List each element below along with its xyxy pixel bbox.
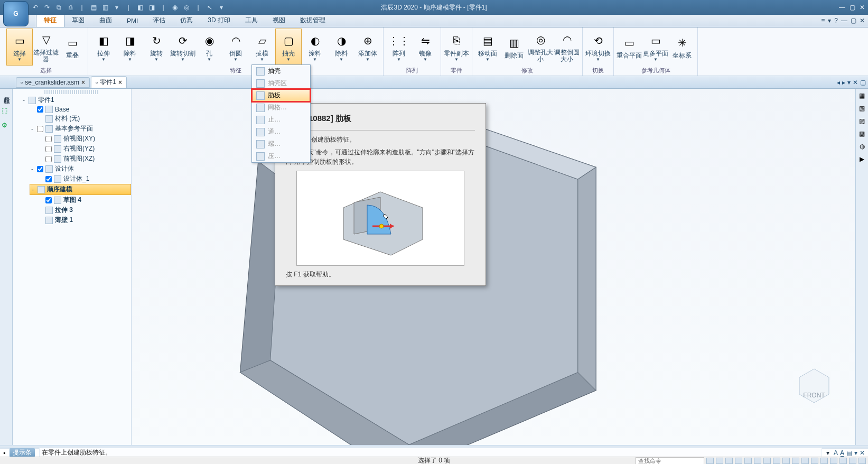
doc-tab[interactable]: ▫se_crankslider.asm× bbox=[16, 77, 90, 88]
dropdown-item-压…[interactable]: 压… bbox=[252, 150, 310, 162]
ribbon-btn-移动面[interactable]: ▤移动面▼ bbox=[474, 29, 501, 66]
qat-icon[interactable]: ◎ bbox=[182, 3, 191, 12]
tree-item[interactable]: 材料 (无) bbox=[38, 114, 131, 124]
close-icon[interactable]: ✕ bbox=[860, 4, 865, 11]
tree-item[interactable]: -顺序建模 bbox=[30, 184, 131, 195]
tab-next-icon[interactable]: ▸ bbox=[842, 79, 845, 86]
tab-prev-icon[interactable]: ◂ bbox=[837, 79, 840, 86]
tree-item[interactable]: 草图 4 bbox=[38, 195, 131, 205]
tree-checkbox[interactable] bbox=[45, 176, 52, 182]
view-icon[interactable] bbox=[754, 458, 761, 464]
ribbon-btn-镜像[interactable]: ⇋镜像▼ bbox=[412, 29, 438, 66]
redo-icon[interactable]: ↷ bbox=[42, 3, 52, 12]
ribbon-btn-倒圆[interactable]: ◠倒圆▼ bbox=[222, 29, 249, 66]
dropdown-item-通…[interactable]: 通… bbox=[252, 126, 310, 138]
view-icon[interactable] bbox=[801, 458, 809, 464]
view-icon[interactable] bbox=[735, 458, 742, 464]
tree-checkbox[interactable] bbox=[45, 197, 52, 203]
view-icon[interactable] bbox=[820, 458, 828, 464]
ribbon-btn-坐标系[interactable]: ✳坐标系 bbox=[669, 29, 695, 66]
dropdown-item-止…[interactable]: 止… bbox=[252, 114, 310, 126]
ribbon-options-icon[interactable]: ▾ bbox=[828, 17, 831, 24]
ribbon-btn-重叠[interactable]: ▭重叠 bbox=[59, 29, 86, 66]
ribbon-btn-环境切换[interactable]: ⟲环境切换▼ bbox=[585, 29, 611, 66]
ribbon-tab-PMI[interactable]: PMI bbox=[119, 15, 145, 27]
ribbon-btn-选择过滤器[interactable]: ▽选择过滤器 bbox=[33, 29, 59, 66]
ribbon-collapse-icon[interactable]: ≡ bbox=[821, 17, 825, 24]
view-cube[interactable]: FRONT bbox=[794, 366, 834, 406]
tab-max-icon[interactable]: ▢ bbox=[860, 79, 866, 86]
ribbon-btn-旋转[interactable]: ↻旋转▼ bbox=[143, 29, 170, 66]
ribbon-btn-旋转切割[interactable]: ⟳旋转切割▼ bbox=[170, 29, 196, 66]
tree-checkbox[interactable] bbox=[45, 146, 52, 152]
ribbon-btn-删除面[interactable]: ▥删除面 bbox=[501, 29, 527, 66]
tree-checkbox[interactable] bbox=[45, 156, 52, 162]
help-icon[interactable]: ? bbox=[834, 17, 838, 24]
ribbon-tab-3D 打印[interactable]: 3D 打印 bbox=[200, 14, 238, 27]
app-menu-button[interactable]: G bbox=[3, 1, 29, 26]
status-tool-icon[interactable]: ▾ bbox=[854, 449, 857, 457]
cursor-icon[interactable]: ↖ bbox=[205, 3, 214, 12]
ribbon-tab-曲面[interactable]: 曲面 bbox=[92, 14, 119, 27]
tree-item[interactable]: Base bbox=[30, 105, 131, 114]
view-icon[interactable] bbox=[706, 458, 714, 464]
close-icon[interactable]: × bbox=[118, 79, 122, 86]
status-tool-icon[interactable]: ✕ bbox=[860, 449, 865, 457]
status-dd-icon[interactable]: ▾ bbox=[826, 449, 829, 457]
dropdown-item-抽壳[interactable]: 抽壳 bbox=[252, 65, 310, 77]
tree-checkbox[interactable] bbox=[45, 136, 52, 142]
mdi-min-icon[interactable]: — bbox=[841, 17, 847, 24]
mdi-close-icon[interactable]: ✕ bbox=[860, 17, 865, 24]
qat-icon[interactable]: ▤ bbox=[89, 3, 98, 12]
minimize-icon[interactable]: — bbox=[839, 4, 845, 11]
ribbon-btn-拔模[interactable]: ▱拔模▼ bbox=[249, 29, 275, 66]
feature-tree[interactable]: -零件1Base材料 (无)-基本参考平面俯视图(XY)右视图(YZ)前视图(X… bbox=[13, 89, 132, 448]
tool-icon[interactable]: ◍ bbox=[860, 143, 865, 150]
view-icon[interactable] bbox=[763, 458, 771, 464]
dropdown-item-网格…[interactable]: 网格… bbox=[252, 101, 310, 114]
tree-root[interactable]: -零件1 bbox=[21, 95, 131, 105]
ribbon-tab-特征[interactable]: 特征 bbox=[36, 13, 64, 27]
view-icon[interactable] bbox=[811, 458, 818, 464]
view-icon[interactable] bbox=[725, 458, 733, 464]
tree-checkbox[interactable] bbox=[37, 166, 43, 172]
qat-icon[interactable]: ◉ bbox=[170, 3, 180, 12]
tree-item[interactable]: 设计体_1 bbox=[38, 174, 131, 184]
view-icon[interactable] bbox=[744, 458, 752, 464]
undo-icon[interactable]: ↶ bbox=[31, 3, 40, 12]
view-icon[interactable] bbox=[858, 458, 866, 464]
ribbon-btn-添加体[interactable]: ⊕添加体▼ bbox=[354, 29, 381, 66]
ribbon-btn-调整倒圆大小[interactable]: ◠调整倒圆大小 bbox=[554, 29, 580, 66]
view-icon[interactable] bbox=[782, 458, 790, 464]
maximize-icon[interactable]: ▢ bbox=[850, 4, 855, 11]
ribbon-btn-阵列[interactable]: ⋮⋮阵列▼ bbox=[386, 29, 412, 66]
tab-list-icon[interactable]: ▾ bbox=[847, 79, 851, 86]
tool-icon[interactable]: ⬚ bbox=[2, 107, 11, 116]
status-tool-icon[interactable]: A bbox=[834, 449, 838, 457]
mdi-max-icon[interactable]: ▢ bbox=[851, 17, 856, 24]
print-icon[interactable]: ⎙ bbox=[66, 3, 75, 12]
tree-item[interactable]: 右视图(YZ) bbox=[38, 144, 131, 154]
panel-grip[interactable] bbox=[44, 90, 99, 94]
history-icon[interactable]: 导航栏 bbox=[2, 92, 11, 101]
tree-item[interactable]: 前视图(XZ) bbox=[38, 154, 131, 164]
dropdown-item-螺…[interactable]: 螺… bbox=[252, 138, 310, 150]
tree-checkbox[interactable] bbox=[37, 106, 43, 113]
doc-tab[interactable]: ▫零件1× bbox=[91, 76, 127, 88]
dropdown-item-肋板[interactable]: 肋板 bbox=[252, 89, 310, 101]
shell-dropdown[interactable]: 抽壳抽壳区肋板网格…止…通…螺…压… bbox=[251, 64, 311, 163]
ribbon-tab-评估[interactable]: 评估 bbox=[145, 14, 173, 27]
qat-icon[interactable]: ▥ bbox=[100, 3, 110, 12]
save-all-icon[interactable]: ⧉ bbox=[54, 3, 63, 12]
tree-item[interactable]: 拉伸 3 bbox=[38, 205, 131, 215]
tool-icon[interactable]: ▦ bbox=[859, 92, 865, 99]
tool-icon[interactable]: ▶ bbox=[860, 155, 864, 163]
ribbon-btn-除料[interactable]: ◨除料▼ bbox=[117, 29, 143, 66]
qat-icon[interactable]: ◧ bbox=[135, 3, 145, 12]
ribbon-tab-草图[interactable]: 草图 bbox=[64, 14, 92, 27]
ribbon-btn-孔[interactable]: ◉孔▼ bbox=[196, 29, 222, 66]
tree-item[interactable]: 俯视图(XY) bbox=[38, 134, 131, 144]
tool-icon[interactable]: ▧ bbox=[859, 105, 865, 112]
ribbon-btn-更多平面[interactable]: ▭更多平面▼ bbox=[642, 29, 669, 66]
ribbon-btn-重合平面[interactable]: ▭重合平面 bbox=[616, 29, 642, 66]
